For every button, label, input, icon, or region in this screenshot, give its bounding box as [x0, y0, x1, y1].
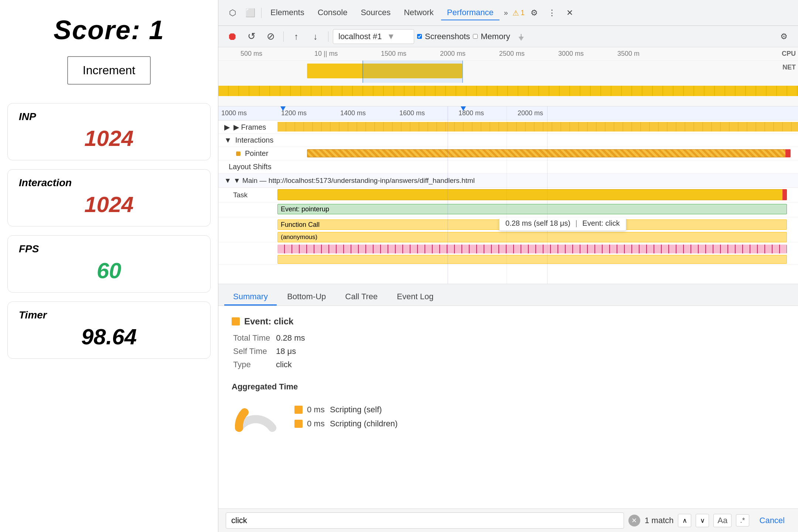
search-input[interactable] — [226, 512, 624, 529]
settings-icon[interactable]: ⚙ — [526, 5, 542, 21]
function-call-content: Function Call 0.28 ms (self 18 μs) | Eve… — [277, 219, 798, 244]
frames-content — [277, 120, 798, 133]
frames-expand-icon: ▶ — [224, 123, 230, 132]
regex-button[interactable]: .* — [736, 514, 749, 526]
devtools-topbar: ⬡ ⬜ Elements Console Sources Network Per… — [218, 0, 798, 26]
warning-icon: ⚠ — [512, 8, 519, 17]
left-panel: Score: 1 Increment INP 1024 Interaction … — [0, 0, 218, 532]
fps-card: FPS 60 — [7, 235, 211, 293]
url-selector[interactable]: localhost #1 ▼ — [333, 29, 414, 44]
function-call-tooltip: 0.28 ms (self 18 μs) | Event: click — [499, 219, 626, 231]
interactions-track: ▼ Interactions — [218, 134, 798, 147]
interactions-label[interactable]: ▼ Interactions — [218, 136, 277, 144]
tab-performance[interactable]: Performance — [441, 6, 499, 20]
devtools-panel: ⬡ ⬜ Elements Console Sources Network Per… — [218, 0, 798, 532]
tick-1000ms: 10 || ms — [314, 50, 338, 58]
interactions-expand-icon: ▼ — [224, 136, 232, 144]
memory-checkbox[interactable]: Memory — [473, 32, 510, 41]
capture-settings-icon[interactable]: ⏚ — [513, 28, 529, 45]
tick2-1000ms: 1000 ms — [221, 109, 247, 117]
cancel-button[interactable]: Cancel — [754, 514, 791, 527]
separator — [261, 8, 262, 18]
screenshot-icon[interactable]: ⬜ — [242, 5, 258, 21]
tick-2000ms: 2000 ms — [440, 50, 466, 58]
url-dropdown-icon: ▼ — [387, 32, 395, 41]
tick-3000ms: 3000 ms — [558, 50, 584, 58]
perf-toolbar: ⏺ ↺ ⊘ ↑ ↓ localhost #1 ▼ Screenshots Mem… — [218, 26, 798, 47]
fps-label: FPS — [19, 243, 199, 255]
pointer-bar[interactable] — [307, 149, 791, 157]
task-bar[interactable] — [277, 189, 787, 200]
upload-button[interactable]: ↑ — [288, 28, 304, 45]
search-clear-button[interactable]: ✕ — [628, 515, 640, 526]
separator2 — [283, 31, 284, 42]
cursor-icon[interactable]: ⬡ — [224, 5, 241, 21]
frames-strip — [277, 122, 798, 132]
tab-sources[interactable]: Sources — [355, 6, 396, 20]
warning-badge: ⚠ 1 — [512, 8, 525, 17]
mini-frames — [218, 83, 798, 101]
close-icon[interactable]: ✕ — [562, 5, 578, 21]
separator3 — [328, 31, 328, 42]
inp-label: INP — [19, 111, 199, 123]
event-title: Event: click — [232, 316, 785, 327]
layout-shifts-track: Layout Shifts — [218, 160, 798, 174]
match-count: 1 match — [645, 516, 673, 525]
match-next-button[interactable]: ∨ — [696, 514, 709, 527]
strips-track — [218, 242, 798, 265]
net-label: NET — [782, 64, 796, 71]
tick-500ms: 500 ms — [241, 50, 262, 58]
timeline-main[interactable]: 1000 ms 1200 ms 1400 ms 1600 ms 1800 ms … — [218, 106, 798, 284]
frames-label[interactable]: ▶ ▶ Frames — [218, 123, 277, 132]
perf-settings-icon[interactable]: ⚙ — [776, 28, 792, 45]
reload-record-button[interactable]: ↺ — [243, 28, 260, 45]
main-url-row[interactable]: ▼ ▼ Main — http://localhost:5173/underst… — [218, 174, 798, 188]
pointerup-bar[interactable]: Event: pointerup — [277, 204, 787, 214]
anonymous-bar[interactable]: (anonymous) — [277, 232, 787, 242]
pointerup-track: Event: pointerup — [218, 202, 798, 217]
increment-button[interactable]: Increment — [67, 56, 151, 85]
search-bar: ✕ 1 match ∧ ∨ Aa .* Cancel — [218, 508, 798, 532]
task-track: Task — [218, 188, 798, 202]
aggregated-time-label: Aggregated Time — [232, 382, 785, 392]
scripting-children-swatch — [294, 420, 303, 428]
function-call-track: Function Call 0.28 ms (self 18 μs) | Eve… — [218, 217, 798, 242]
legend-items: 0 ms Scripting (self) 0 ms Scripting (ch… — [294, 405, 398, 429]
task-bar-red — [782, 189, 787, 200]
pointer-label: Pointer — [226, 149, 285, 158]
event-color-swatch — [232, 317, 240, 325]
download-button[interactable]: ↓ — [307, 28, 324, 45]
clear-button[interactable]: ⊘ — [263, 28, 279, 45]
interaction-value: 1024 — [19, 192, 199, 217]
tab-summary[interactable]: Summary — [224, 289, 277, 306]
tab-elements[interactable]: Elements — [265, 6, 310, 20]
tab-console[interactable]: Console — [312, 6, 354, 20]
cpu-bar-area: NET — [218, 61, 798, 83]
match-prev-button[interactable]: ∧ — [678, 514, 691, 527]
tab-event-log[interactable]: Event Log — [388, 289, 442, 306]
scripting-self-swatch — [294, 406, 303, 414]
fps-value: 60 — [19, 258, 199, 283]
tab-bottom-up[interactable]: Bottom-Up — [278, 289, 335, 306]
score-title: Score: 1 — [54, 15, 164, 45]
tab-call-tree[interactable]: Call Tree — [336, 289, 386, 306]
interaction-label: Interaction — [19, 177, 199, 189]
case-sensitive-button[interactable]: Aa — [713, 514, 732, 527]
selection-triangle-right — [461, 106, 466, 111]
tick2-2000ms: 2000 ms — [518, 109, 543, 117]
tab-network[interactable]: Network — [398, 6, 440, 20]
timer-value: 98.64 — [19, 324, 199, 349]
more-icon[interactable]: ⋮ — [544, 5, 560, 21]
inp-card: INP 1024 — [7, 103, 211, 160]
pointer-content — [285, 147, 798, 160]
self-time-row: Self Time 18 μs — [232, 347, 785, 356]
record-button[interactable]: ⏺ — [224, 28, 241, 45]
yellow-bottom-strip — [277, 255, 787, 264]
more-tabs-icon[interactable]: » — [501, 8, 511, 17]
tick2-1400ms: 1400 ms — [340, 109, 366, 117]
frames-track: ▶ ▶ Frames — [218, 120, 798, 134]
screenshots-checkbox[interactable]: Screenshots — [417, 32, 470, 41]
tick2-1600ms: 1600 ms — [399, 109, 425, 117]
type-row: Type click — [232, 360, 785, 369]
main-expand-icon: ▼ — [224, 177, 231, 185]
